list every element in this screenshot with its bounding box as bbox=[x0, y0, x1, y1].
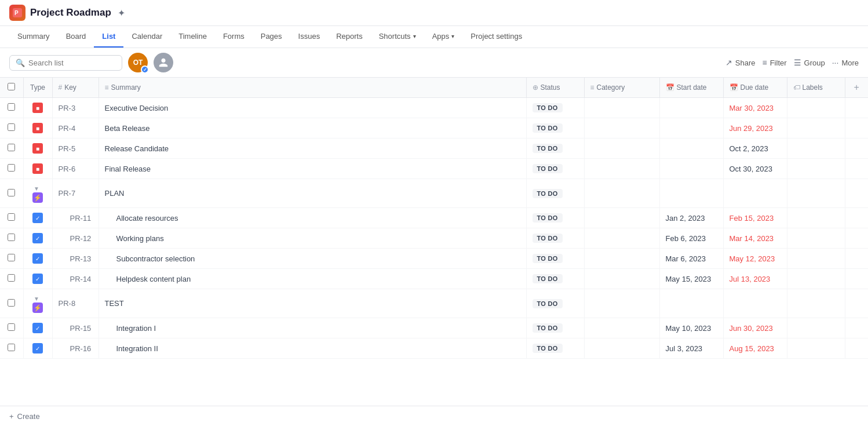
ai-icon[interactable]: ✦ bbox=[116, 7, 127, 19]
create-button[interactable]: + Create bbox=[9, 412, 40, 421]
footer: + Create bbox=[0, 406, 868, 427]
row-status[interactable]: TO DO bbox=[526, 98, 584, 118]
row-checkbox[interactable] bbox=[8, 213, 15, 221]
row-summary: Executive Decision bbox=[99, 98, 526, 118]
key-header-icon: # bbox=[59, 83, 63, 92]
row-key[interactable]: PR-16 bbox=[52, 338, 99, 359]
more-icon: ··· bbox=[832, 58, 839, 67]
search-box[interactable]: 🔍 bbox=[9, 55, 122, 71]
table-row: ✓PR-12Working plansTO DOFeb 6, 2023Mar 1… bbox=[0, 228, 868, 249]
row-key[interactable]: PR-13 bbox=[52, 249, 99, 269]
nav-apps[interactable]: Apps ▾ bbox=[424, 26, 463, 48]
row-status[interactable]: TO DO bbox=[526, 289, 584, 318]
row-status[interactable]: TO DO bbox=[526, 338, 584, 359]
row-category bbox=[584, 98, 659, 118]
row-checkbox[interactable] bbox=[8, 274, 15, 282]
row-status[interactable]: TO DO bbox=[526, 249, 584, 269]
type-icon-milestone: ■ bbox=[32, 163, 43, 174]
row-checkbox[interactable] bbox=[8, 189, 15, 196]
row-status[interactable]: TO DO bbox=[526, 269, 584, 289]
search-input[interactable] bbox=[28, 59, 116, 67]
col-header-check[interactable] bbox=[0, 78, 23, 98]
row-checkbox[interactable] bbox=[8, 144, 15, 151]
nav-board[interactable]: Board bbox=[58, 26, 94, 48]
select-all-checkbox[interactable] bbox=[8, 83, 15, 90]
table-row: ✓PR-11Allocate resourcesTO DOJan 2, 2023… bbox=[0, 208, 868, 228]
table-row: ■PR-6Final ReleaseTO DOOct 30, 2023 bbox=[0, 159, 868, 179]
col-header-add[interactable]: + bbox=[845, 78, 868, 98]
row-type: ✓ bbox=[23, 318, 52, 338]
svg-text:P: P bbox=[14, 10, 19, 16]
avatar-badge: ✓ bbox=[141, 65, 149, 74]
row-status[interactable]: TO DO bbox=[526, 118, 584, 139]
row-key[interactable]: PR-8 bbox=[52, 289, 99, 318]
row-status[interactable]: TO DO bbox=[526, 139, 584, 159]
nav-issues[interactable]: Issues bbox=[290, 26, 329, 48]
status-badge: TO DO bbox=[533, 323, 563, 333]
group-button[interactable]: ☰ Group bbox=[794, 58, 825, 67]
row-status[interactable]: TO DO bbox=[526, 159, 584, 179]
add-column-button[interactable]: + bbox=[854, 82, 859, 92]
nav-forms[interactable]: Forms bbox=[215, 26, 253, 48]
table-wrapper: Type #Key ≡Summary ⊕Status ≡Category 📅St… bbox=[0, 78, 868, 406]
row-checkbox[interactable] bbox=[8, 164, 15, 172]
row-key[interactable]: PR-7 bbox=[52, 179, 99, 208]
table-row: ▼⚡PR-8TESTTO DO bbox=[0, 289, 868, 318]
row-summary: Helpdesk content plan bbox=[99, 269, 526, 289]
row-checkbox[interactable] bbox=[8, 103, 15, 111]
filter-button[interactable]: ≡ Filter bbox=[763, 58, 787, 67]
nav-list[interactable]: List bbox=[94, 26, 123, 48]
row-startdate bbox=[659, 179, 723, 208]
row-category bbox=[584, 228, 659, 249]
row-checkbox[interactable] bbox=[8, 299, 15, 307]
row-add bbox=[845, 318, 868, 338]
row-labels bbox=[787, 139, 845, 159]
row-status[interactable]: TO DO bbox=[526, 318, 584, 338]
row-checkbox[interactable] bbox=[8, 234, 15, 241]
row-key[interactable]: PR-14 bbox=[52, 269, 99, 289]
row-key[interactable]: PR-11 bbox=[52, 208, 99, 228]
nav-summary[interactable]: Summary bbox=[9, 26, 58, 48]
row-checkbox[interactable] bbox=[8, 123, 15, 131]
row-type: ✓ bbox=[23, 208, 52, 228]
row-key[interactable]: PR-4 bbox=[52, 118, 99, 139]
shortcuts-chevron: ▾ bbox=[413, 33, 416, 39]
nav-shortcuts[interactable]: Shortcuts ▾ bbox=[371, 26, 424, 48]
more-button[interactable]: ··· More bbox=[832, 58, 859, 67]
status-badge: TO DO bbox=[533, 103, 563, 112]
row-key[interactable]: PR-15 bbox=[52, 318, 99, 338]
share-button[interactable]: ↗ Share bbox=[725, 58, 756, 67]
row-category bbox=[584, 139, 659, 159]
row-checkbox[interactable] bbox=[8, 254, 15, 261]
row-duedate: Aug 15, 2023 bbox=[723, 338, 787, 359]
row-add bbox=[845, 118, 868, 139]
row-key[interactable]: PR-6 bbox=[52, 159, 99, 179]
nav-pages[interactable]: Pages bbox=[253, 26, 290, 48]
collapse-button[interactable]: ▼ bbox=[34, 296, 39, 302]
duedate-header-icon: 📅 bbox=[730, 83, 738, 92]
col-header-key: #Key bbox=[52, 78, 99, 98]
row-key[interactable]: PR-5 bbox=[52, 139, 99, 159]
row-status[interactable]: TO DO bbox=[526, 208, 584, 228]
nav-calendar[interactable]: Calendar bbox=[123, 26, 170, 48]
nav-project-settings[interactable]: Project settings bbox=[462, 26, 530, 48]
nav-timeline[interactable]: Timeline bbox=[170, 26, 215, 48]
nav-reports[interactable]: Reports bbox=[328, 26, 371, 48]
type-icon-milestone: ■ bbox=[32, 123, 43, 133]
row-checkbox[interactable] bbox=[8, 344, 15, 351]
row-type: ▼⚡ bbox=[23, 289, 52, 318]
row-add bbox=[845, 159, 868, 179]
row-add bbox=[845, 269, 868, 289]
row-status[interactable]: TO DO bbox=[526, 228, 584, 249]
user-avatar-guest[interactable] bbox=[154, 53, 173, 72]
collapse-button[interactable]: ▼ bbox=[34, 185, 39, 192]
row-summary: Integration I bbox=[99, 318, 526, 338]
row-status[interactable]: TO DO bbox=[526, 179, 584, 208]
row-key[interactable]: PR-3 bbox=[52, 98, 99, 118]
row-startdate bbox=[659, 118, 723, 139]
row-key[interactable]: PR-12 bbox=[52, 228, 99, 249]
user-avatar-ot[interactable]: OT ✓ bbox=[128, 53, 148, 72]
col-header-category: ≡Category bbox=[584, 78, 659, 98]
row-duedate: Oct 2, 2023 bbox=[723, 139, 787, 159]
row-checkbox[interactable] bbox=[8, 323, 15, 331]
